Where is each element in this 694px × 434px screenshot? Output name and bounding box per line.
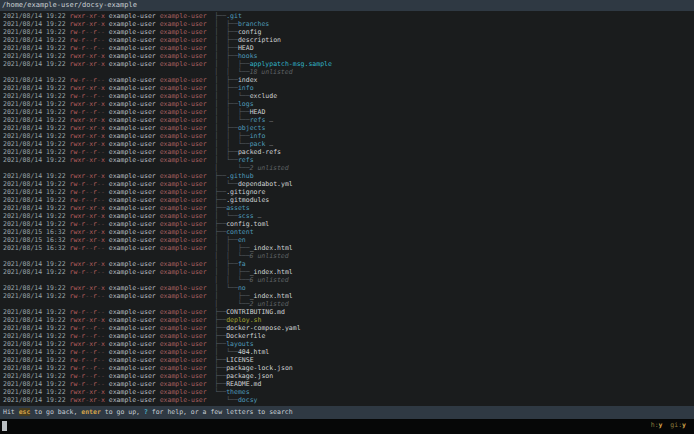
entry-owner: example-user <box>109 156 156 164</box>
tree-row-2-unlisted[interactable]: │ └──2 unlisted <box>3 300 694 308</box>
entry-date: 2021/08/14 19:22 <box>3 284 66 292</box>
entry-owner: example-user <box>109 356 156 364</box>
tree-row-docker-compose.yaml[interactable]: 2021/08/14 19:22 rw-r--r-- example-user … <box>3 324 694 332</box>
tree-row-pack[interactable]: 2021/08/14 19:22 rwxr-xr-x example-user … <box>3 140 694 148</box>
tree-row-head[interactable]: 2021/08/14 19:22 rw-r--r-- example-user … <box>3 44 694 52</box>
entry-group: example-user <box>160 92 207 100</box>
tree-row-exclude[interactable]: 2021/08/14 19:22 rw-r--r-- example-user … <box>3 92 694 100</box>
entry-owner: example-user <box>109 108 156 116</box>
entry-date: 2021/08/14 19:22 <box>3 316 66 324</box>
entry-name: 2 unlisted <box>250 300 289 308</box>
search-input[interactable]: h:y gi:y <box>0 419 694 434</box>
entry-group: example-user <box>160 244 207 252</box>
entry-date: 2021/08/14 19:22 <box>3 12 66 20</box>
tree-row-2-unlisted[interactable]: │ └──2 unlisted <box>3 164 694 172</box>
tree-row-packed-refs[interactable]: 2021/08/14 19:22 rw-r--r-- example-user … <box>3 148 694 156</box>
tree-row-dockerfile[interactable]: 2021/08/14 19:22 rw-r--r-- example-user … <box>3 332 694 340</box>
entry-owner: example-user <box>109 36 156 44</box>
entry-name: assets <box>226 204 249 212</box>
tree-row-index[interactable]: 2021/08/14 19:22 rw-r--r-- example-user … <box>3 76 694 84</box>
meta-spacer <box>3 68 214 76</box>
entry-owner: example-user <box>109 92 156 100</box>
tree-row-package-lock.json[interactable]: 2021/08/14 19:22 rw-r--r-- example-user … <box>3 364 694 372</box>
tree-row-applypatch-msg.sample[interactable]: 2021/08/14 19:22 rwxr-xr-x example-user … <box>3 60 694 68</box>
tree-row-refs[interactable]: 2021/08/14 19:22 rwxr-xr-x example-user … <box>3 116 694 124</box>
tree-branch-lines: │ ├── <box>214 236 237 244</box>
tree-row-_index.html[interactable]: 2021/08/15 16:32 rw-r--r-- example-user … <box>3 244 694 252</box>
tree-row-scss[interactable]: 2021/08/14 19:22 rwxr-xr-x example-user … <box>3 212 694 220</box>
entry-owner: example-user <box>109 180 156 188</box>
entry-date: 2021/08/14 19:22 <box>3 36 66 44</box>
entry-name: layouts <box>226 340 253 348</box>
entry-name: config <box>238 28 261 36</box>
tree-row-config[interactable]: 2021/08/14 19:22 rw-r--r-- example-user … <box>3 28 694 36</box>
status-key-enter: enter <box>81 408 101 416</box>
tree-row-deploy.sh[interactable]: 2021/08/14 19:22 rwxr-xr-x example-user … <box>3 316 694 324</box>
entry-group: example-user <box>160 220 207 228</box>
entry-owner: example-user <box>109 148 156 156</box>
tree-branch-lines: │ │ ├── <box>214 132 249 140</box>
tree-row-config.toml[interactable]: 2021/08/14 19:22 rw-r--r-- example-user … <box>3 220 694 228</box>
entry-owner: example-user <box>109 44 156 52</box>
tree-row-hooks[interactable]: 2021/08/14 19:22 rwxr-xr-x example-user … <box>3 52 694 60</box>
entry-group: example-user <box>160 116 207 124</box>
tree-row-logs[interactable]: 2021/08/14 19:22 rwxr-xr-x example-user … <box>3 100 694 108</box>
entry-name: deploy.sh <box>226 316 261 324</box>
tree-row-fa[interactable]: 2021/08/14 19:22 rwxr-xr-x example-user … <box>3 260 694 268</box>
entry-date: 2021/08/14 19:22 <box>3 388 66 396</box>
tree-row-.gitmodules[interactable]: 2021/08/14 19:22 rw-r--r-- example-user … <box>3 196 694 204</box>
tree-row-no[interactable]: 2021/08/14 19:22 rwxr-xr-x example-user … <box>3 284 694 292</box>
entry-group: example-user <box>160 180 207 188</box>
tree-row-license[interactable]: 2021/08/14 19:22 rw-r--r-- example-user … <box>3 356 694 364</box>
tree-row-en[interactable]: 2021/08/15 16:32 rwxr-xr-x example-user … <box>3 236 694 244</box>
tree-row-refs[interactable]: 2021/08/14 19:22 rwxr-xr-x example-user … <box>3 156 694 164</box>
entry-name: content <box>226 228 253 236</box>
tree-row-info[interactable]: 2021/08/14 19:22 rwxr-xr-x example-user … <box>3 132 694 140</box>
tree-row-_index.html[interactable]: 2021/08/14 19:22 rw-r--r-- example-user … <box>3 292 694 300</box>
tree-row-layouts[interactable]: 2021/08/14 19:22 rwxr-xr-x example-user … <box>3 340 694 348</box>
tree-row-dependabot.yml[interactable]: 2021/08/14 19:22 rw-r--r-- example-user … <box>3 180 694 188</box>
entry-name: package-lock.json <box>226 364 293 372</box>
tree-row-info[interactable]: 2021/08/14 19:22 rwxr-xr-x example-user … <box>3 84 694 92</box>
tree-row-readme.md[interactable]: 2021/08/14 19:22 rw-r--r-- example-user … <box>3 380 694 388</box>
entry-group: example-user <box>160 12 207 20</box>
entry-date: 2021/08/14 19:22 <box>3 356 66 364</box>
entry-date: 2021/08/14 19:22 <box>3 292 66 300</box>
entry-date: 2021/08/14 19:22 <box>3 100 66 108</box>
tree-row-_index.html[interactable]: 2021/08/14 19:22 rw-r--r-- example-user … <box>3 268 694 276</box>
tree-row-content[interactable]: 2021/08/15 16:32 rwxr-xr-x example-user … <box>3 228 694 236</box>
entry-owner: example-user <box>109 100 156 108</box>
entry-owner: example-user <box>109 20 156 28</box>
tree-row-objects[interactable]: 2021/08/14 19:22 rwxr-xr-x example-user … <box>3 124 694 132</box>
tree-branch-lines: │ └── <box>214 348 237 356</box>
tree-row-6-unlisted[interactable]: │ │ └──6 unlisted <box>3 252 694 260</box>
tree-row-404.html[interactable]: 2021/08/14 19:22 rw-r--r-- example-user … <box>3 348 694 356</box>
tree-row-.gitignore[interactable]: 2021/08/14 19:22 rw-r--r-- example-user … <box>3 188 694 196</box>
entry-owner: example-user <box>109 332 156 340</box>
tree-row-.git[interactable]: 2021/08/14 19:22 rwxr-xr-x example-user … <box>3 12 694 20</box>
tree-row-.github[interactable]: 2021/08/14 19:22 rwxr-xr-x example-user … <box>3 172 694 180</box>
status-bar: Hit esc to go back, enter to go up, ? fo… <box>0 406 694 419</box>
entry-owner: example-user <box>109 188 156 196</box>
entry-group: example-user <box>160 172 207 180</box>
current-path-bar: /home/example-user/docsy-example <box>0 0 694 11</box>
tree-row-package.json[interactable]: 2021/08/14 19:22 rw-r--r-- example-user … <box>3 372 694 380</box>
entry-owner: example-user <box>109 12 156 20</box>
tree-row-contributing.md[interactable]: 2021/08/14 19:22 rw-r--r-- example-user … <box>3 308 694 316</box>
tree-row-18-unlisted[interactable]: │ │ └──18 unlisted <box>3 68 694 76</box>
entry-date: 2021/08/14 19:22 <box>3 348 66 356</box>
entry-group: example-user <box>160 260 207 268</box>
tree-row-docsy[interactable]: 2021/08/14 19:22 rwxr-xr-x example-user … <box>3 396 694 404</box>
entry-date: 2021/08/14 19:22 <box>3 268 66 276</box>
tree-row-6-unlisted[interactable]: │ │ └──6 unlisted <box>3 276 694 284</box>
tree-row-head[interactable]: 2021/08/14 19:22 rw-r--r-- example-user … <box>3 108 694 116</box>
tree-row-assets[interactable]: 2021/08/14 19:22 rwxr-xr-x example-user … <box>3 204 694 212</box>
tree-row-description[interactable]: 2021/08/14 19:22 rw-r--r-- example-user … <box>3 36 694 44</box>
tree-row-themes[interactable]: 2021/08/14 19:22 rwxr-xr-x example-user … <box>3 388 694 396</box>
entry-owner: example-user <box>109 124 156 132</box>
entry-name: refs <box>238 156 254 164</box>
entry-name: description <box>238 36 281 44</box>
tree-row-branches[interactable]: 2021/08/14 19:22 rwxr-xr-x example-user … <box>3 20 694 28</box>
entry-date: 2021/08/14 19:22 <box>3 108 66 116</box>
entry-name: CONTRIBUTING.md <box>226 308 285 316</box>
